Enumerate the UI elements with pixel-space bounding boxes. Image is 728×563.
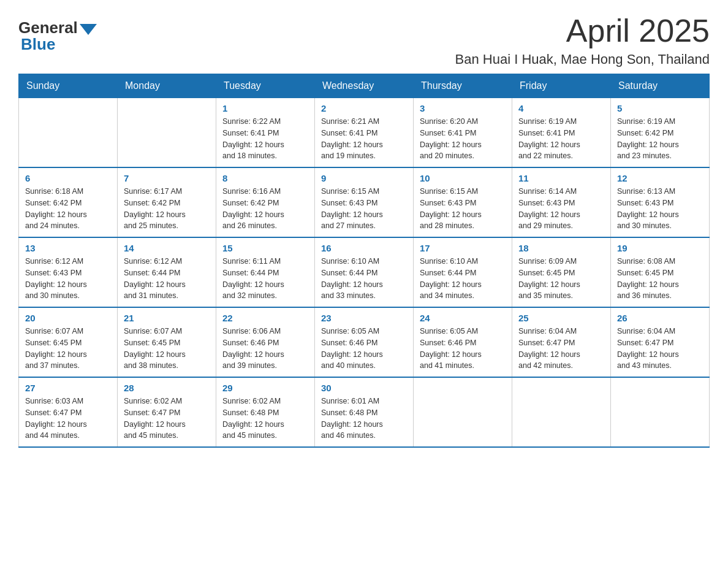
- day-info: Sunrise: 6:16 AM Sunset: 6:42 PM Dayligh…: [222, 186, 308, 232]
- calendar-cell: 29Sunrise: 6:02 AM Sunset: 6:48 PM Dayli…: [216, 377, 315, 447]
- day-number: 8: [222, 173, 308, 183]
- page-header: General Blue April 2025 Ban Huai I Huak,…: [18, 12, 710, 67]
- day-info: Sunrise: 6:19 AM Sunset: 6:42 PM Dayligh…: [617, 116, 703, 162]
- weekday-header-saturday: Saturday: [611, 74, 710, 98]
- weekday-header-tuesday: Tuesday: [216, 74, 315, 98]
- day-info: Sunrise: 6:05 AM Sunset: 6:46 PM Dayligh…: [420, 326, 506, 372]
- calendar-cell: 22Sunrise: 6:06 AM Sunset: 6:46 PM Dayli…: [216, 307, 315, 377]
- day-info: Sunrise: 6:10 AM Sunset: 6:44 PM Dayligh…: [420, 256, 506, 302]
- weekday-header-row: SundayMondayTuesdayWednesdayThursdayFrid…: [19, 74, 710, 98]
- calendar-cell: 13Sunrise: 6:12 AM Sunset: 6:43 PM Dayli…: [19, 237, 118, 307]
- calendar-cell: [19, 98, 118, 168]
- day-info: Sunrise: 6:07 AM Sunset: 6:45 PM Dayligh…: [124, 326, 210, 372]
- calendar-cell: 3Sunrise: 6:20 AM Sunset: 6:41 PM Daylig…: [414, 98, 512, 168]
- day-number: 1: [222, 103, 308, 113]
- day-info: Sunrise: 6:05 AM Sunset: 6:46 PM Dayligh…: [321, 326, 407, 372]
- day-number: 25: [518, 313, 604, 323]
- calendar-cell: 2Sunrise: 6:21 AM Sunset: 6:41 PM Daylig…: [315, 98, 414, 168]
- day-number: 6: [25, 173, 111, 183]
- calendar-cell: 14Sunrise: 6:12 AM Sunset: 6:44 PM Dayli…: [118, 237, 216, 307]
- day-number: 22: [222, 313, 308, 323]
- calendar-cell: 8Sunrise: 6:16 AM Sunset: 6:42 PM Daylig…: [216, 167, 315, 237]
- day-number: 19: [617, 243, 703, 253]
- day-number: 12: [617, 173, 703, 183]
- calendar-cell: 26Sunrise: 6:04 AM Sunset: 6:47 PM Dayli…: [611, 307, 710, 377]
- calendar-cell: 9Sunrise: 6:15 AM Sunset: 6:43 PM Daylig…: [315, 167, 414, 237]
- day-info: Sunrise: 6:14 AM Sunset: 6:43 PM Dayligh…: [518, 186, 604, 232]
- day-number: 16: [321, 243, 407, 253]
- day-info: Sunrise: 6:11 AM Sunset: 6:44 PM Dayligh…: [222, 256, 308, 302]
- day-info: Sunrise: 6:04 AM Sunset: 6:47 PM Dayligh…: [518, 326, 604, 372]
- weekday-header-sunday: Sunday: [19, 74, 118, 98]
- calendar-cell: 4Sunrise: 6:19 AM Sunset: 6:41 PM Daylig…: [512, 98, 611, 168]
- calendar-cell: [118, 98, 216, 168]
- location-title: Ban Huai I Huak, Mae Hong Son, Thailand: [455, 52, 710, 67]
- calendar-cell: 23Sunrise: 6:05 AM Sunset: 6:46 PM Dayli…: [315, 307, 414, 377]
- day-info: Sunrise: 6:21 AM Sunset: 6:41 PM Dayligh…: [321, 116, 407, 162]
- calendar-body: 1Sunrise: 6:22 AM Sunset: 6:41 PM Daylig…: [19, 98, 710, 448]
- logo: General Blue: [18, 18, 99, 54]
- calendar-cell: 7Sunrise: 6:17 AM Sunset: 6:42 PM Daylig…: [118, 167, 216, 237]
- calendar-week-row: 20Sunrise: 6:07 AM Sunset: 6:45 PM Dayli…: [19, 307, 710, 377]
- calendar-cell: 20Sunrise: 6:07 AM Sunset: 6:45 PM Dayli…: [19, 307, 118, 377]
- day-info: Sunrise: 6:02 AM Sunset: 6:47 PM Dayligh…: [124, 396, 210, 442]
- calendar-cell: 5Sunrise: 6:19 AM Sunset: 6:42 PM Daylig…: [611, 98, 710, 168]
- day-info: Sunrise: 6:12 AM Sunset: 6:43 PM Dayligh…: [25, 256, 111, 302]
- day-info: Sunrise: 6:03 AM Sunset: 6:47 PM Dayligh…: [25, 396, 111, 442]
- title-area: April 2025 Ban Huai I Huak, Mae Hong Son…: [455, 12, 710, 67]
- weekday-header-monday: Monday: [118, 74, 216, 98]
- day-number: 13: [25, 243, 111, 253]
- calendar-table: SundayMondayTuesdayWednesdayThursdayFrid…: [18, 74, 710, 448]
- day-number: 21: [124, 313, 210, 323]
- day-number: 30: [321, 383, 407, 393]
- calendar-week-row: 27Sunrise: 6:03 AM Sunset: 6:47 PM Dayli…: [19, 377, 710, 447]
- calendar-cell: 27Sunrise: 6:03 AM Sunset: 6:47 PM Dayli…: [19, 377, 118, 447]
- calendar-cell: 21Sunrise: 6:07 AM Sunset: 6:45 PM Dayli…: [118, 307, 216, 377]
- day-number: 28: [124, 383, 210, 393]
- day-info: Sunrise: 6:13 AM Sunset: 6:43 PM Dayligh…: [617, 186, 703, 232]
- day-number: 11: [518, 173, 604, 183]
- day-info: Sunrise: 6:02 AM Sunset: 6:48 PM Dayligh…: [222, 396, 308, 442]
- day-number: 15: [222, 243, 308, 253]
- day-info: Sunrise: 6:15 AM Sunset: 6:43 PM Dayligh…: [321, 186, 407, 232]
- calendar-cell: 24Sunrise: 6:05 AM Sunset: 6:46 PM Dayli…: [414, 307, 512, 377]
- day-number: 3: [420, 103, 506, 113]
- day-number: 7: [124, 173, 210, 183]
- calendar-week-row: 13Sunrise: 6:12 AM Sunset: 6:43 PM Dayli…: [19, 237, 710, 307]
- calendar-cell: 19Sunrise: 6:08 AM Sunset: 6:45 PM Dayli…: [611, 237, 710, 307]
- day-number: 2: [321, 103, 407, 113]
- calendar-cell: 10Sunrise: 6:15 AM Sunset: 6:43 PM Dayli…: [414, 167, 512, 237]
- day-info: Sunrise: 6:18 AM Sunset: 6:42 PM Dayligh…: [25, 186, 111, 232]
- day-info: Sunrise: 6:12 AM Sunset: 6:44 PM Dayligh…: [124, 256, 210, 302]
- day-number: 18: [518, 243, 604, 253]
- calendar-week-row: 1Sunrise: 6:22 AM Sunset: 6:41 PM Daylig…: [19, 98, 710, 168]
- calendar-cell: 17Sunrise: 6:10 AM Sunset: 6:44 PM Dayli…: [414, 237, 512, 307]
- calendar-cell: 30Sunrise: 6:01 AM Sunset: 6:48 PM Dayli…: [315, 377, 414, 447]
- logo-triangle-icon: [80, 24, 97, 35]
- day-info: Sunrise: 6:09 AM Sunset: 6:45 PM Dayligh…: [518, 256, 604, 302]
- calendar-cell: 25Sunrise: 6:04 AM Sunset: 6:47 PM Dayli…: [512, 307, 611, 377]
- weekday-header-wednesday: Wednesday: [315, 74, 414, 98]
- calendar-cell: 28Sunrise: 6:02 AM Sunset: 6:47 PM Dayli…: [118, 377, 216, 447]
- calendar-cell: 6Sunrise: 6:18 AM Sunset: 6:42 PM Daylig…: [19, 167, 118, 237]
- day-info: Sunrise: 6:01 AM Sunset: 6:48 PM Dayligh…: [321, 396, 407, 442]
- day-info: Sunrise: 6:20 AM Sunset: 6:41 PM Dayligh…: [420, 116, 506, 162]
- day-info: Sunrise: 6:08 AM Sunset: 6:45 PM Dayligh…: [617, 256, 703, 302]
- day-info: Sunrise: 6:06 AM Sunset: 6:46 PM Dayligh…: [222, 326, 308, 372]
- calendar-header: SundayMondayTuesdayWednesdayThursdayFrid…: [19, 74, 710, 98]
- calendar-cell: 11Sunrise: 6:14 AM Sunset: 6:43 PM Dayli…: [512, 167, 611, 237]
- day-number: 26: [617, 313, 703, 323]
- day-number: 17: [420, 243, 506, 253]
- calendar-cell: 12Sunrise: 6:13 AM Sunset: 6:43 PM Dayli…: [611, 167, 710, 237]
- day-info: Sunrise: 6:22 AM Sunset: 6:41 PM Dayligh…: [222, 116, 308, 162]
- day-info: Sunrise: 6:17 AM Sunset: 6:42 PM Dayligh…: [124, 186, 210, 232]
- day-number: 23: [321, 313, 407, 323]
- weekday-header-thursday: Thursday: [414, 74, 512, 98]
- calendar-week-row: 6Sunrise: 6:18 AM Sunset: 6:42 PM Daylig…: [19, 167, 710, 237]
- day-number: 9: [321, 173, 407, 183]
- calendar-cell: 18Sunrise: 6:09 AM Sunset: 6:45 PM Dayli…: [512, 237, 611, 307]
- day-number: 4: [518, 103, 604, 113]
- day-info: Sunrise: 6:10 AM Sunset: 6:44 PM Dayligh…: [321, 256, 407, 302]
- day-info: Sunrise: 6:15 AM Sunset: 6:43 PM Dayligh…: [420, 186, 506, 232]
- calendar-cell: 1Sunrise: 6:22 AM Sunset: 6:41 PM Daylig…: [216, 98, 315, 168]
